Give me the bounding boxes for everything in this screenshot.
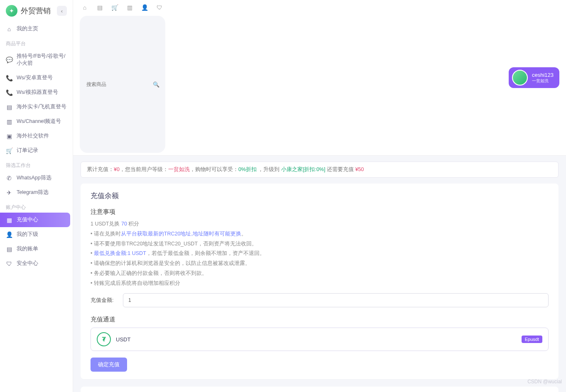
levels-card: 会员等级划分 等级 累计充值 购物折扣 LV1一贫如洗￥00%LV2小康之家￥5…	[81, 387, 559, 392]
user-level: 一贫如洗	[532, 78, 554, 83]
nav-label: 订单记录	[17, 147, 38, 154]
notice-line: • 务必要输入正确的付款金额，否则将收不到款。	[91, 269, 549, 279]
amount-row: 充值金额:	[91, 293, 549, 307]
logo-row: ✦ 外贸营销 ‹	[0, 0, 73, 22]
phone-icon: 📞	[6, 89, 12, 96]
avatar	[512, 70, 528, 86]
home-icon: ⌂	[6, 26, 12, 32]
whatsapp-icon: ✆	[6, 175, 12, 181]
channel-option-usdt[interactable]: ₮ USDT Epusdt	[91, 328, 549, 351]
bill-icon: ▤	[6, 246, 12, 252]
card-icon: ▤	[6, 104, 12, 110]
channel-name: USDT	[116, 336, 130, 343]
brand-name: 外贸营销	[21, 6, 54, 16]
user-name: ceshi123	[532, 72, 554, 78]
notice-line: • 请在兑换时从平台获取最新的TRC20地址,地址随时有可能更换。	[91, 229, 549, 239]
nav-label: 海外社交软件	[17, 132, 49, 140]
nav-label: 海外实卡/飞机直登号	[17, 103, 66, 110]
user-chip[interactable]: ceshi123 一贫如洗	[509, 67, 559, 88]
nav-label: 我的账单	[17, 245, 38, 252]
nav-item-security[interactable]: 🛡安全中心	[0, 256, 73, 271]
logo-icon: ✦	[6, 5, 17, 17]
user-icon: 👤	[6, 231, 12, 238]
nav-section-filter: 筛选工作台	[0, 158, 73, 171]
nav-home[interactable]: ⌂ 我的主页	[0, 22, 73, 36]
shield-icon: 🛡	[6, 260, 12, 267]
doc-icon: ▥	[6, 118, 12, 125]
notice-line: • 请不要使用非TRC20地址发送TRC20_USDT，否则资产将无法收回。	[91, 239, 549, 249]
nav-section-account: 账户中心	[0, 200, 73, 213]
recharge-title: 充值余额	[91, 191, 549, 201]
telegram-icon: ✈	[6, 189, 12, 196]
nav-item-bills[interactable]: ▤我的账单	[0, 242, 73, 256]
confirm-recharge-button[interactable]: 确定充值	[91, 358, 127, 372]
search-bar[interactable]: 🔍	[80, 16, 165, 153]
home-icon[interactable]: ⌂	[81, 4, 88, 11]
notice-title: 注意事项	[91, 208, 549, 216]
topbar: ⌂ ▤ 🛒 ▥ 👤 🛡 🔍 ceshi123 一贫如洗	[73, 0, 566, 156]
nav-item-whatsapp-filter[interactable]: ✆WhatsApp筛选	[0, 171, 73, 185]
nav-label: Telegram筛选	[17, 189, 49, 196]
amount-input[interactable]	[123, 293, 549, 307]
nav-item-social-software[interactable]: ▣海外社交软件	[0, 129, 73, 143]
nav-label: Ws/安卓直登号	[17, 74, 53, 81]
cart-icon: 🛒	[6, 147, 12, 154]
nav-label: 安全中心	[17, 260, 38, 267]
usdt-icon: ₮	[97, 332, 111, 346]
collapse-button[interactable]: ‹	[57, 6, 67, 16]
nav-label: 充值中心	[17, 216, 38, 223]
amount-label: 充值金额:	[91, 297, 115, 304]
search-icon[interactable]: 🔍	[153, 81, 159, 88]
shield-icon[interactable]: 🛡	[156, 4, 163, 11]
nav-item-referrals[interactable]: 👤我的下级	[0, 227, 73, 242]
nav-item-ws-emulator[interactable]: 📞Ws/模拟器直登号	[0, 85, 73, 100]
nav-item-telegram-filter[interactable]: ✈Telegram筛选	[0, 185, 73, 200]
nav-label: 我的下级	[17, 231, 38, 238]
facebook-icon: ▣	[6, 133, 12, 140]
nav-item-order-history[interactable]: 🛒订单记录	[0, 143, 73, 158]
search-input[interactable]	[86, 81, 149, 88]
list-icon[interactable]: ▥	[126, 4, 133, 11]
channel-tag: Epusdt	[522, 336, 542, 343]
level-alert: 累计充值：¥0，您当前用户等级：一贫如洗，购物时可以享受：0%折扣 ，升级到 小…	[81, 162, 559, 178]
nav-section-products: 商品平台	[0, 36, 73, 49]
notice-line: • 请确保您的计算机和浏览器是安全的，以防止信息被篡改或泄露。	[91, 259, 549, 269]
nav-label: Ws/模拟器直登号	[17, 89, 58, 96]
wallet-icon: ▦	[6, 217, 12, 223]
nav-item-overseas-card[interactable]: ▤海外实卡/飞机直登号	[0, 100, 73, 114]
chat-icon: 💬	[6, 56, 12, 63]
nav-item-recharge[interactable]: ▦充值中心	[0, 213, 70, 227]
nav-label: 我的主页	[17, 25, 38, 32]
nav-label: WhatsApp筛选	[17, 174, 51, 181]
notice-line: • 最低兑换金额:1 USDT，若低于最低金额，则余额不增加，资产不退回。	[91, 249, 549, 259]
nav-item-twitter[interactable]: 💬推特号/FB号/谷歌号/小火箭	[0, 49, 73, 71]
nav-item-ws-android[interactable]: 📞Ws/安卓直登号	[0, 71, 73, 85]
top-icon-row: ⌂ ▤ 🛒 ▥ 👤 🛡	[80, 2, 165, 12]
user-icon[interactable]: 👤	[141, 4, 148, 11]
sidebar: ✦ 外贸营销 ‹ ⌂ 我的主页 商品平台 💬推特号/FB号/谷歌号/小火箭 📞W…	[0, 0, 73, 392]
notice-line: 1 USDT兑换 70 积分	[91, 219, 549, 229]
nav-item-ws-channel[interactable]: ▥Ws/Channel频道号	[0, 114, 73, 129]
doc-icon[interactable]: ▤	[96, 4, 103, 11]
cart-icon[interactable]: 🛒	[111, 4, 118, 11]
recharge-card: 充值余额 注意事项 1 USDT兑换 70 积分 • 请在兑换时从平台获取最新的…	[81, 184, 559, 379]
nav-label: Ws/Channel频道号	[17, 118, 61, 125]
channel-title: 充值通道	[91, 316, 549, 323]
notice-line: • 转账完成后系统将自动增加相应积分	[91, 279, 549, 289]
nav-label: 推特号/FB号/谷歌号/小火箭	[17, 53, 67, 67]
phone-icon: 📞	[6, 75, 12, 81]
